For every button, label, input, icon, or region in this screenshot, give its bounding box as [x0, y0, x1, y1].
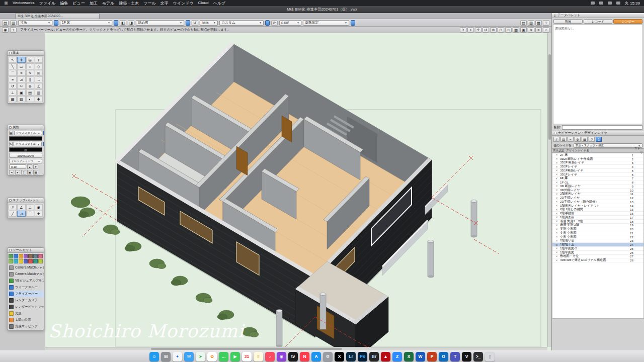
tool-button[interactable]: ⊿ — [17, 76, 25, 82]
attribute-mini-button[interactable]: ▣ — [27, 170, 32, 174]
menu-item[interactable]: ファイル — [39, 1, 56, 6]
dock-app-icon[interactable]: V — [462, 352, 471, 361]
tool-button[interactable]: ▤ — [26, 89, 34, 96]
modebar-icon[interactable]: ⊕ — [490, 27, 497, 33]
dock-app-icon[interactable]: O — [439, 352, 448, 361]
toolset-item[interactable]: ウォークスルー — [8, 284, 44, 291]
tool-button[interactable]: ✛ — [17, 57, 25, 63]
tool-button[interactable]: T — [35, 57, 43, 63]
dock-app-icon[interactable]: tv — [288, 352, 298, 361]
previous-view-icon[interactable]: ↺ — [192, 20, 198, 26]
toolset-item[interactable]: Camera Matchマスク — [8, 271, 44, 278]
dock-app-icon[interactable]: Z — [392, 352, 402, 361]
tool-button[interactable]: ∠ — [35, 83, 43, 89]
close-icon[interactable] — [9, 52, 12, 54]
tool-button[interactable]: ↺ — [9, 83, 17, 89]
layer-visibility-mark[interactable]: ✕ — [553, 259, 560, 262]
dock-app-icon[interactable]: ➤ — [196, 352, 205, 361]
navigation-title-bar[interactable]: ナビゲーション・デザインレイヤ — [552, 131, 644, 136]
pen-mode-icon[interactable]: ✎ — [9, 142, 13, 146]
dock-app-icon[interactable]: Lr — [346, 352, 356, 361]
layer-visibility-mark[interactable]: ✕ — [553, 173, 560, 176]
dock-app-icon[interactable]: ⚙ — [323, 352, 333, 361]
dock-app-icon[interactable]: ▶ — [230, 352, 240, 361]
attribute-mini-button[interactable]: ◂ — [9, 170, 14, 174]
toolset-category-icon[interactable] — [9, 259, 13, 263]
col-story[interactable]: ストーリ — [632, 147, 643, 155]
navigation-icon[interactable]: ? — [589, 137, 595, 142]
menu-item[interactable]: 加工 — [90, 1, 98, 6]
palette-title-bar[interactable]: 属性 — [8, 125, 44, 130]
toolset-category-icon[interactable] — [28, 259, 33, 263]
navigation-icon[interactable]: ⚙ — [575, 137, 581, 142]
pen-style-button[interactable] — [43, 142, 44, 146]
modebar-icon[interactable]: ⊖ — [498, 27, 504, 33]
col-visibility[interactable]: 表示設定 — [553, 149, 566, 153]
layer-visibility-mark[interactable]: ✕ — [553, 251, 560, 254]
menu-item[interactable]: Vectorworks — [13, 1, 35, 6]
col-layer-name[interactable]: デザインレイヤ名 — [566, 149, 632, 153]
dock-app-icon[interactable]: X — [335, 352, 344, 361]
toolset-category-icon[interactable] — [24, 259, 28, 263]
drawing-canvas[interactable]: Shoichiro Morozumi — [45, 33, 551, 350]
dock-app-icon[interactable]: Ps — [358, 352, 367, 361]
close-icon[interactable] — [9, 199, 12, 202]
tool-button[interactable]: ▧ — [17, 96, 25, 102]
toolbar-icon[interactable]: ▥ — [528, 20, 534, 26]
current-view-combo[interactable]: 斜め右▼ — [136, 20, 184, 26]
palette-title-bar[interactable]: 基本 — [8, 51, 44, 56]
toolset-item[interactable]: フライオーバー — [8, 291, 44, 297]
tool-button[interactable]: ╲ — [9, 63, 17, 69]
toolset-item[interactable]: Camera Matchシャドウ — [8, 264, 44, 271]
battery-status-icon[interactable] — [608, 2, 612, 5]
layer-visibility-mark[interactable]: ✕ — [553, 197, 560, 200]
tool-button[interactable]: ∥ — [26, 76, 34, 82]
tool-button[interactable]: ⊥ — [9, 89, 17, 96]
dock-app-icon[interactable]: ♪ — [265, 352, 275, 361]
toolset-item[interactable]: 光源 — [8, 310, 44, 317]
menu-item[interactable]: ビュー — [72, 1, 85, 6]
layer-visibility-mark[interactable]: ✕ — [553, 169, 560, 172]
layer-row[interactable]: ✓ 1F 床 7 — [552, 177, 643, 181]
apple-menu-icon[interactable]: ⌘ — [4, 1, 8, 6]
spotlight-status-icon[interactable] — [616, 2, 620, 5]
dock-app-icon[interactable]: ≡ — [254, 352, 263, 361]
snap-button[interactable]: ⊥ — [26, 204, 34, 210]
layer-visibility-mark[interactable]: ✕ — [553, 185, 560, 188]
dock-app-icon[interactable]: ◉ — [277, 352, 286, 361]
tool-button[interactable]: ▣ — [17, 89, 25, 96]
name-input[interactable] — [562, 125, 642, 130]
attribute-mini-button[interactable]: ▦ — [33, 170, 38, 174]
dock-app-icon[interactable]: ☺ — [149, 352, 159, 361]
tool-button[interactable]: ↔ — [35, 76, 43, 82]
modebar-icon[interactable]: ▦ — [513, 27, 519, 33]
flyover-mode-icon[interactable]: ◉ — [2, 27, 9, 33]
zoom-level-combo[interactable]: 86%▼ — [200, 20, 218, 26]
render-mode-combo[interactable]: カスタム▼ — [219, 20, 264, 26]
dock-app-icon[interactable]: X — [404, 352, 414, 361]
rotate-plan-icon[interactable]: ⟳ — [271, 20, 278, 26]
dock-app-icon[interactable]: ▯ — [485, 352, 495, 361]
view-options-button[interactable] — [186, 20, 190, 26]
layer-visibility-mark[interactable]: ✕ — [553, 165, 560, 168]
navigation-icon[interactable]: ▦ — [582, 137, 588, 142]
layer-visibility-mark[interactable]: ✕ — [553, 161, 560, 164]
tool-button[interactable]: ✂ — [17, 83, 25, 89]
dock-app-icon[interactable]: P — [427, 352, 437, 361]
toolset-category-icon[interactable] — [33, 259, 38, 263]
menu-item[interactable]: 編集 — [60, 1, 68, 6]
close-icon[interactable] — [554, 132, 556, 134]
layer-visibility-mark[interactable]: ✕ — [553, 247, 560, 250]
toolset-category-icon[interactable] — [9, 254, 13, 258]
layer-row[interactable]: ✕ 406/406で床えロゴリアル構造図 28 — [552, 258, 643, 262]
toolset-category-icon[interactable] — [24, 254, 28, 258]
layer-visibility-mark[interactable]: ✕ — [553, 231, 560, 234]
opacity-button[interactable]: 100%/100% — [9, 153, 42, 158]
layer-visibility-mark[interactable]: ✕ — [553, 216, 560, 219]
toolset-category-icon[interactable] — [14, 259, 18, 263]
dock-app-icon[interactable]: Br — [369, 352, 379, 361]
modebar-icon[interactable]: ✈ — [460, 27, 466, 33]
class-options-button[interactable] — [54, 20, 58, 26]
snap-button[interactable]: # — [9, 204, 17, 210]
toolset-item[interactable]: 質感マッピング — [8, 323, 44, 330]
